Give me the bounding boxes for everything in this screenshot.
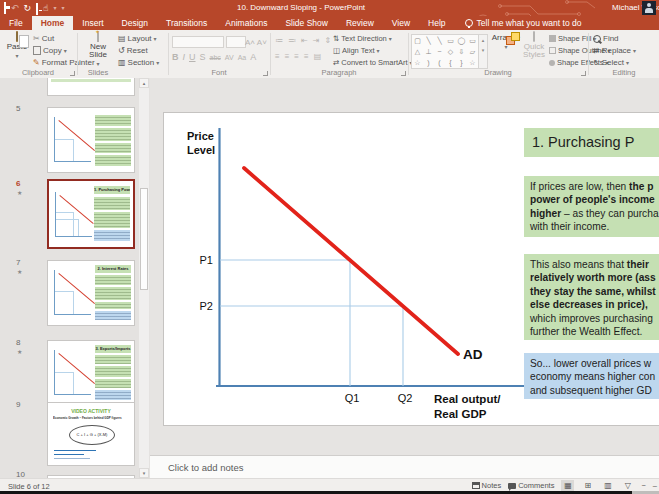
- bold-button[interactable]: B: [172, 52, 179, 62]
- q1-label[interactable]: Q1: [345, 392, 360, 404]
- text-direction-button[interactable]: ⇅Text Direction▾: [333, 34, 413, 43]
- font-color-button[interactable]: A: [250, 52, 256, 62]
- shapes-scroll-up-icon[interactable]: ▴: [479, 35, 487, 45]
- zoom-slider-partial[interactable]: –: [653, 481, 657, 490]
- section-button[interactable]: ▥Section▾: [118, 58, 159, 67]
- align-right-icon[interactable]: ≡: [294, 52, 299, 61]
- slideshow-view-button[interactable]: ▽: [621, 480, 634, 491]
- thumbnail-number-current: 6: [16, 179, 20, 188]
- customize-qat-icon[interactable]: ▾: [62, 3, 65, 13]
- decrease-indent-icon[interactable]: ⇤: [301, 36, 308, 45]
- slide-counter[interactable]: Slide 6 of 12: [8, 482, 50, 491]
- tab-help[interactable]: Help: [419, 16, 454, 30]
- y-axis-label-line2[interactable]: Level: [187, 144, 215, 156]
- align-text-button[interactable]: ◫Align Text▾: [333, 46, 413, 55]
- align-center-icon[interactable]: ≡: [285, 52, 290, 61]
- font-size-select[interactable]: [226, 36, 246, 48]
- y-axis-label-line1[interactable]: Price: [187, 130, 214, 142]
- align-left-icon[interactable]: ≡: [275, 52, 280, 61]
- p2-q2-guide-line[interactable]: [220, 306, 403, 386]
- clipboard-dialog-launcher[interactable]: [70, 71, 75, 76]
- p2-label[interactable]: P2: [200, 300, 213, 312]
- underline-button[interactable]: U: [189, 52, 196, 62]
- font-name-select[interactable]: [172, 36, 224, 48]
- slide-title-box[interactable]: 1. Purchasing P: [524, 128, 659, 157]
- start-slideshow-icon[interactable]: [36, 3, 38, 13]
- shapes-gallery-scrollbar[interactable]: ▴ ▾: [478, 34, 488, 69]
- increase-indent-icon[interactable]: ⇥: [313, 36, 320, 45]
- character-spacing-button[interactable]: AV: [225, 54, 234, 61]
- ad-line[interactable]: [244, 168, 458, 354]
- thumbnail-slide-9[interactable]: VIDEO ACTIVITY Economic Growth – Factors…: [47, 402, 135, 466]
- tab-slide-show[interactable]: Slide Show: [276, 16, 337, 30]
- thumbnail-scroll-down-button[interactable]: ▾: [139, 468, 149, 478]
- tab-design[interactable]: Design: [113, 16, 157, 30]
- thumbnail-scroll-up-button[interactable]: ▴: [139, 78, 149, 88]
- strikethrough-button[interactable]: abc: [210, 54, 221, 61]
- text-shadow-button[interactable]: S: [200, 52, 206, 62]
- x-axis-label-line2[interactable]: Real GDP: [434, 408, 487, 420]
- columns-icon[interactable]: ▤: [314, 52, 322, 61]
- undo-icon[interactable]: ↶: [11, 3, 19, 13]
- tab-file[interactable]: File: [0, 16, 32, 30]
- zoom-out-button[interactable]: −: [641, 481, 645, 490]
- thumbnail-slide-8[interactable]: 3. Exports/Imports: [47, 340, 135, 406]
- grow-shrink-font[interactable]: A˄ A˅: [245, 38, 267, 47]
- select-button[interactable]: ↖Select▾: [593, 58, 636, 67]
- tab-home[interactable]: Home: [32, 16, 74, 30]
- paste-button[interactable]: Paste▾: [4, 32, 30, 60]
- touch-mode-icon[interactable]: ☝: [43, 3, 48, 13]
- user-avatar[interactable]: [642, 1, 656, 15]
- arrange-button[interactable]: Arrange▾: [491, 32, 521, 51]
- slide-6-editing-surface[interactable]: Price Level P1 P2 Q1 Q2 AD Real output/ …: [163, 112, 659, 426]
- numbering-icon[interactable]: ≕: [288, 36, 296, 45]
- p1-label[interactable]: P1: [200, 254, 213, 266]
- q2-label[interactable]: Q2: [398, 392, 413, 404]
- replace-button[interactable]: ⇄Replace▾: [593, 46, 636, 55]
- tab-review[interactable]: Review: [337, 16, 383, 30]
- new-slide-button[interactable]: New Slide▾: [84, 32, 112, 68]
- purchasing-power-text-box-1[interactable]: If prices are low, then the p power of p…: [524, 176, 659, 237]
- paragraph-dialog-launcher[interactable]: [401, 71, 406, 76]
- comments-toggle-button[interactable]: Comments: [508, 481, 554, 490]
- quick-styles-button[interactable]: Quick Styles: [521, 32, 547, 59]
- shapes-scroll-down-icon[interactable]: ▾: [479, 45, 487, 55]
- notes-toggle-button[interactable]: Notes: [472, 481, 502, 490]
- ad-label[interactable]: AD: [463, 347, 483, 362]
- x-axis-label-line1[interactable]: Real output/: [434, 393, 501, 405]
- tab-view[interactable]: View: [383, 16, 419, 30]
- thumbnail-slide-6-selected[interactable]: 1. Purchasing Power: [47, 179, 135, 249]
- notes-placeholder[interactable]: Click to add notes: [168, 462, 244, 473]
- thumbnail-slide-4-partial[interactable]: [47, 78, 135, 96]
- italic-button[interactable]: I: [183, 52, 186, 62]
- redo-icon[interactable]: ↻: [24, 3, 32, 13]
- thumbnail-slide-5[interactable]: [47, 107, 135, 173]
- normal-view-button[interactable]: ▦: [561, 480, 574, 491]
- qat-dropdown-icon[interactable]: ▾: [54, 3, 57, 13]
- shapes-gallery[interactable]: ▢╲╲▭◯▭ △⊥~◇⇩▱ ☆)({}☆: [411, 34, 479, 69]
- tab-animations[interactable]: Animations: [216, 16, 276, 30]
- p1-q1-guide-line[interactable]: [220, 260, 350, 386]
- thumbnail-slide-7[interactable]: 2. Interest Rates: [47, 260, 135, 326]
- thumbnail-number: 7: [16, 258, 20, 267]
- font-dialog-launcher[interactable]: [263, 71, 268, 76]
- find-button[interactable]: Find: [593, 34, 636, 43]
- reset-button[interactable]: ↺Reset: [118, 46, 159, 55]
- conclusion-text-box[interactable]: So... lower overall prices w economy mea…: [524, 353, 659, 399]
- reading-view-button[interactable]: ▥: [601, 480, 614, 491]
- drawing-dialog-launcher[interactable]: [581, 71, 586, 76]
- tab-transitions[interactable]: Transitions: [157, 16, 216, 30]
- tell-me-box[interactable]: Tell me what you want to do: [455, 16, 582, 30]
- justify-icon[interactable]: ≡: [304, 52, 309, 61]
- bullets-icon[interactable]: ≔: [275, 36, 283, 45]
- purchasing-power-text-box-2[interactable]: This also means that their relatively wo…: [524, 254, 659, 340]
- tab-insert[interactable]: Insert: [73, 16, 112, 30]
- change-case-button[interactable]: Aa: [238, 54, 247, 61]
- slide-sorter-view-button[interactable]: ⊞: [581, 480, 594, 491]
- convert-smartart-button[interactable]: ⇄Convert to SmartArt▾: [333, 58, 413, 67]
- line-spacing-icon[interactable]: ⇕: [324, 36, 331, 45]
- save-icon[interactable]: [4, 3, 6, 13]
- layout-button[interactable]: ▤Layout▾: [118, 34, 159, 43]
- notes-pane[interactable]: Click to add notes: [150, 455, 659, 479]
- thumbnail-scrollbar-thumb[interactable]: [140, 188, 148, 290]
